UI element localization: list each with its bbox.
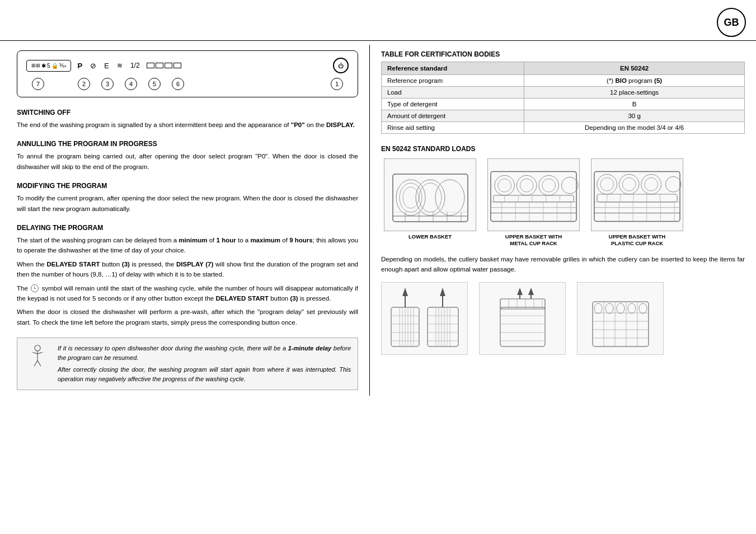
panel-bottom-row: 7 2 3 4 5 6 1 bbox=[26, 78, 349, 90]
svg-point-49 bbox=[645, 177, 658, 191]
svg-marker-97 bbox=[517, 288, 523, 295]
delaying-title: DELAYING THE PROGRAM bbox=[17, 224, 358, 232]
delaying-text: The start of the washing program can be … bbox=[17, 235, 358, 327]
table-cell-detergent-amount-label: Amount of detergent bbox=[382, 110, 524, 122]
svg-rect-77 bbox=[447, 307, 450, 346]
svg-point-9 bbox=[403, 187, 419, 208]
svg-line-2 bbox=[32, 352, 37, 354]
svg-point-27 bbox=[561, 177, 578, 194]
svg-point-12 bbox=[435, 180, 464, 216]
panel-icon-star: ✱ bbox=[41, 63, 46, 69]
svg-line-4 bbox=[34, 360, 37, 366]
annulling-title: ANNULLING THE PROGRAM IN PROGRESS bbox=[17, 140, 358, 148]
power-button[interactable]: ⏻ bbox=[333, 58, 349, 73]
std-loads-title: EN 50242 STANDARD LOADS bbox=[381, 145, 745, 153]
upper-basket-metal-item: UPPER BASKET WITHMETAL CUP RACK bbox=[485, 158, 583, 247]
panel-cancel-icon: ⊘ bbox=[90, 62, 96, 70]
lower-basket-label: LOWER BASKET bbox=[408, 233, 452, 240]
panel-p-label: P bbox=[78, 62, 83, 70]
svg-rect-6 bbox=[393, 174, 468, 222]
clock-symbol-icon bbox=[31, 284, 39, 292]
panel-num-3: 3 bbox=[101, 78, 114, 90]
svg-point-24 bbox=[520, 179, 533, 192]
cutlery-images-row bbox=[381, 282, 745, 355]
panel-half-label: 1/2 bbox=[130, 62, 140, 69]
svg-rect-86 bbox=[500, 307, 545, 346]
panel-icon-lock: 🔒 bbox=[51, 63, 58, 69]
upper-basket-metal-image bbox=[487, 158, 580, 231]
svg-point-114 bbox=[639, 303, 647, 313]
svg-rect-37 bbox=[494, 195, 574, 202]
table-cell-ref-program-value: (*) BIO program (5) bbox=[524, 75, 745, 87]
panel-e-label: E bbox=[104, 62, 109, 70]
svg-point-44 bbox=[597, 174, 617, 194]
power-icon: ⏻ bbox=[338, 63, 344, 69]
caution-person-icon bbox=[25, 345, 50, 369]
svg-point-110 bbox=[594, 303, 602, 313]
section-switching-off: SWITCHING OFF The end of the washing pro… bbox=[17, 109, 358, 130]
upper-basket-plastic-image bbox=[591, 158, 683, 231]
table-header-en50242: EN 50242 bbox=[524, 62, 745, 75]
table-row: Rinse aid setting Depending on the model… bbox=[382, 122, 745, 134]
cutlery-basket-2 bbox=[479, 282, 566, 355]
switching-off-text: The end of the washing program is signal… bbox=[17, 120, 358, 130]
section-annulling: ANNULLING THE PROGRAM IN PROGRESS To ann… bbox=[17, 140, 358, 172]
left-column: ⊞⊞ ✱ 5 🔒 ⅒ P ⊘ E ≋ 1/2 bbox=[0, 45, 369, 396]
panel-button-2[interactable] bbox=[156, 63, 163, 68]
panel-button-4[interactable] bbox=[173, 63, 181, 68]
svg-point-10 bbox=[416, 180, 445, 216]
panel-wave-icon: ≋ bbox=[117, 62, 123, 69]
switching-off-title: SWITCHING OFF bbox=[17, 109, 358, 116]
svg-point-23 bbox=[516, 175, 537, 195]
svg-point-113 bbox=[628, 303, 636, 313]
svg-rect-76 bbox=[442, 307, 444, 346]
panel-button-1[interactable] bbox=[147, 63, 154, 68]
modifying-title: MODIFYING THE PROGRAM bbox=[17, 182, 358, 190]
cutlery-basket-2-svg bbox=[483, 285, 562, 352]
table-row: Reference program (*) BIO program (5) bbox=[382, 75, 745, 87]
certification-table: Reference standard EN 50242 Reference pr… bbox=[381, 62, 745, 134]
svg-rect-74 bbox=[428, 307, 458, 346]
warning-icon bbox=[24, 344, 51, 371]
top-divider bbox=[0, 40, 756, 41]
right-column: TABLE FOR CERTIFICATION BODIES Reference… bbox=[369, 45, 756, 396]
svg-point-7 bbox=[396, 180, 425, 216]
svg-point-22 bbox=[498, 179, 511, 192]
dishwasher-icon-grid: ⊞⊞ bbox=[31, 63, 40, 68]
svg-point-48 bbox=[641, 174, 661, 194]
panel-button-3[interactable] bbox=[165, 63, 172, 68]
lower-basket-item: LOWER BASKET bbox=[381, 158, 479, 247]
control-panel-diagram: ⊞⊞ ✱ 5 🔒 ⅒ P ⊘ E ≋ 1/2 bbox=[17, 50, 358, 97]
table-cell-detergent-amount-value: 30 g bbox=[524, 110, 745, 122]
upper-basket-plastic-item: UPPER BASKET WITHPLASTIC CUP RACK bbox=[588, 158, 686, 247]
svg-rect-60 bbox=[597, 194, 677, 202]
panel-num-2: 2 bbox=[78, 78, 90, 90]
panel-num-4: 4 bbox=[125, 78, 137, 90]
gb-badge: GB bbox=[717, 8, 746, 37]
info-box: If it is necessary to open dishwasher do… bbox=[17, 338, 358, 390]
svg-point-45 bbox=[600, 177, 614, 191]
panel-num-7: 7 bbox=[32, 78, 44, 90]
svg-rect-68 bbox=[405, 307, 408, 346]
svg-marker-99 bbox=[528, 288, 534, 295]
table-cell-rinse-label: Rinse aid setting bbox=[382, 122, 524, 134]
table-cell-load-value: 12 place-settings bbox=[524, 87, 745, 99]
lower-basket-image bbox=[384, 158, 476, 231]
table-cell-detergent-type-label: Type of detergent bbox=[382, 99, 524, 110]
svg-rect-67 bbox=[400, 307, 402, 346]
table-cell-load-label: Load bbox=[382, 87, 524, 99]
panel-num-1: 1 bbox=[331, 78, 343, 90]
panel-num-6: 6 bbox=[172, 78, 184, 90]
svg-rect-75 bbox=[436, 307, 439, 346]
panel-icon-half: ⅒ bbox=[59, 63, 66, 68]
upper-basket-metal-svg bbox=[488, 163, 579, 227]
table-row: Type of detergent B bbox=[382, 99, 745, 110]
main-layout: ⊞⊞ ✱ 5 🔒 ⅒ P ⊘ E ≋ 1/2 bbox=[0, 45, 756, 396]
svg-marker-84 bbox=[440, 288, 445, 296]
table-header-standard: Reference standard bbox=[382, 62, 524, 75]
table-cell-detergent-type-value: B bbox=[524, 99, 745, 110]
svg-line-3 bbox=[37, 352, 43, 354]
svg-point-111 bbox=[605, 303, 613, 313]
svg-point-46 bbox=[619, 174, 639, 194]
svg-point-47 bbox=[622, 177, 636, 191]
